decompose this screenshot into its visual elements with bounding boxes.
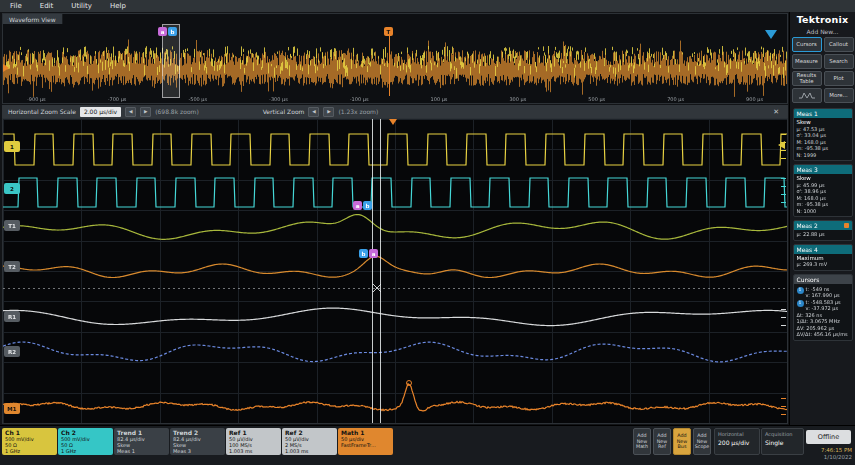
trend1-marker[interactable]: T1 [4, 220, 20, 231]
channel-line: 1 GHz [5, 448, 54, 454]
ch1-badge[interactable]: Ch 1 500 mV/div 50 Ω 1 GHz [2, 428, 57, 455]
overview-waveform-canvas [3, 24, 787, 102]
menu-file[interactable]: File [10, 2, 22, 10]
cursor-b-badge[interactable]: b [168, 27, 177, 36]
waveform-grid: 1 2 T1 T2 R1 R2 M1 a b b a [2, 118, 788, 424]
cursors-badge[interactable]: Cursors 1 t: -549 ns v: 167.990 μs 1 t: … [793, 274, 853, 341]
ref2-badge[interactable]: Ref 2 50 μV/div 2 MS/s 1.003 ms [282, 428, 337, 455]
cursor-a-badge[interactable]: a [158, 27, 167, 36]
h-zoom-increase-button[interactable]: ▶ [140, 107, 151, 117]
add-new-ref-button[interactable]: Add New Ref [653, 428, 671, 455]
channel-title: Ch 2 [61, 429, 110, 436]
channel-title: Trend 2 [173, 429, 222, 436]
cursors-button[interactable]: Cursors [792, 37, 822, 52]
bottom-bar: Ch 1 500 mV/div 50 Ω 1 GHz Ch 2 500 mV/d… [0, 425, 855, 465]
clock-time: 7:46:15 PM [792, 447, 852, 454]
axis-label: -300 μs [269, 96, 288, 102]
horizontal-panel[interactable]: Horizontal 200 μs/div [714, 428, 760, 455]
channel-line: FastFrameTr… [341, 442, 390, 448]
add-new-bus-button[interactable]: Add New Bus [673, 428, 691, 455]
ch2-badge[interactable]: Ch 2 500 mV/div 50 Ω 1 GHz [58, 428, 113, 455]
panel-value: Single [765, 439, 800, 446]
cursor-a-badge[interactable]: a [353, 201, 362, 210]
ch1-level-arrow[interactable] [778, 141, 785, 149]
meas3-badge[interactable]: Meas 3 Skew μ: 45.99 μs σ': 38.96 μs M: … [793, 164, 853, 217]
channel-title: Ch 1 [5, 429, 54, 436]
trend1-badge[interactable]: Trend 1 82.4 μs/div Skew Meas 1 [114, 428, 169, 455]
waveform-view-tab[interactable]: Waveform View [3, 14, 63, 24]
axis-label: 300 μs [509, 96, 526, 102]
v-zoom-decrease-button[interactable]: ◀ [308, 107, 319, 117]
badge-title: Cursors [797, 276, 820, 283]
plot-button[interactable]: Plot [824, 71, 854, 86]
waveform-icon [799, 91, 815, 100]
meas-stat: μ: 22.88 μs [797, 231, 849, 238]
trigger-position-marker[interactable] [389, 119, 397, 125]
ch1-marker[interactable]: 1 [4, 141, 20, 152]
meas2-badge[interactable]: Meas 2 μ: 22.88 μs [793, 220, 853, 241]
axis-label: -900 μs [27, 96, 46, 102]
cursor-delta-row: ΔV: 205.962 μs ΔV/Δt: 456.16 μs/ms [797, 325, 849, 337]
badge-title: Meas 3 [797, 166, 818, 173]
cursor-a-badge[interactable]: a [369, 249, 378, 258]
channel-line: Meas 1 [117, 448, 166, 454]
channel-line: 1.003 ms [229, 448, 278, 454]
channel-line: 1.003 ms [285, 448, 334, 454]
channel-line: 1 GHz [61, 448, 110, 454]
right-sidebar: Tektronix Add New... Cursors Callout Mea… [789, 12, 855, 425]
trend2-marker[interactable]: T2 [4, 261, 20, 272]
channel-title: Ref 2 [285, 429, 334, 436]
cursor-readout-row: 1 t: -548.583 μs v: -37.972 μs [797, 299, 849, 311]
waveform-overview: Waveform View a b T -900 μs -700 μs -500… [2, 13, 788, 104]
h-zoom-scale-value[interactable]: 2.00 μs/div [80, 107, 121, 117]
source-icon: 1 [797, 300, 804, 307]
trigger-marker[interactable]: T [384, 27, 393, 36]
add-new-math-button[interactable]: Add New Math [633, 428, 651, 455]
menu-help[interactable]: Help [110, 2, 126, 10]
channel-title: Math 1 [341, 429, 390, 436]
cursor-b-badge[interactable]: b [363, 201, 372, 210]
cursor-value: v: 167.990 μs [806, 292, 840, 298]
cursor-value: 1/Δt: 3.0675 MHz [797, 318, 840, 324]
v-zoom-increase-button[interactable]: ▶ [323, 107, 334, 117]
badge-column: Meas 1 Skew μ: 47.53 μs σ': 33.04 μs M: … [793, 108, 853, 341]
cursor-value: v: -37.972 μs [806, 305, 841, 311]
axis-label: 700 μs [667, 96, 684, 102]
h-zoom-decrease-button[interactable]: ◀ [125, 107, 136, 117]
callout-button[interactable]: Callout [824, 37, 854, 52]
zoom-toolbar: Horizontal Zoom Scale 2.00 μs/div ◀ ▶ (6… [2, 105, 788, 118]
ref2-marker[interactable]: R2 [4, 346, 20, 357]
search-button[interactable]: Search [824, 54, 854, 69]
tekscope-window: File Edit Utility Help Waveform View a b… [0, 0, 855, 465]
cursor-b-badge[interactable]: b [359, 249, 368, 258]
warning-icon [844, 223, 849, 228]
trend2-badge[interactable]: Trend 2 82.4 μs/div Skew Meas 3 [170, 428, 225, 455]
math1-badge[interactable]: Math 1 50 μs/div FastFrameTr… [338, 428, 393, 455]
badge-title: Meas 2 [797, 222, 818, 229]
more-button[interactable]: More... [824, 88, 854, 103]
add-new-scope-button[interactable]: Add New Scope [693, 428, 711, 455]
overview-axis: -900 μs -700 μs -500 μs -300 μs -100 μs … [3, 96, 787, 102]
ch2-marker[interactable]: 2 [4, 183, 20, 194]
math1-marker[interactable]: M1 [4, 403, 20, 414]
measure-button[interactable]: Measure [792, 54, 822, 69]
tektronix-logo: Tektronix [797, 14, 849, 25]
ref1-badge[interactable]: Ref 1 50 μV/div 100 MS/s 1.003 ms [226, 428, 281, 455]
close-zoom-icon[interactable]: ✕ [770, 108, 782, 116]
badge-title: Meas 1 [797, 110, 818, 117]
mask-test-button[interactable] [792, 88, 822, 103]
math-level-arrow[interactable] [3, 64, 9, 72]
offline-button[interactable]: Offline [806, 430, 851, 444]
menu-utility[interactable]: Utility [71, 2, 92, 10]
add-new-label: Add New... [807, 28, 839, 35]
menu-edit[interactable]: Edit [40, 2, 54, 10]
meas1-badge[interactable]: Meas 1 Skew μ: 47.53 μs σ': 33.04 μs M: … [793, 108, 853, 161]
axis-label: -100 μs [350, 96, 369, 102]
meas4-badge[interactable]: Meas 4 Maximum μ: 269.3 mV [793, 244, 853, 271]
add-new-button-grid: Cursors Callout Measure Search Results T… [792, 37, 854, 103]
zoom-indicator-icon[interactable] [765, 30, 777, 39]
results-table-button[interactable]: Results Table [792, 71, 822, 86]
ref1-marker[interactable]: R1 [4, 311, 20, 322]
h-zoom-factor: (698.8k zoom) [155, 108, 199, 115]
meas-stat: N: 1999 [797, 152, 849, 159]
